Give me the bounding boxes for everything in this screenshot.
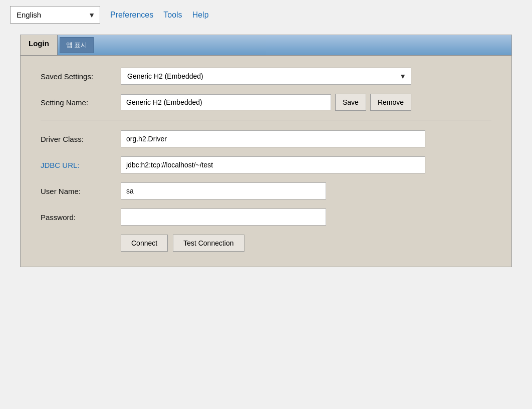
password-input[interactable]: [121, 209, 326, 226]
driver-class-input[interactable]: [121, 130, 425, 147]
password-row: Password:: [41, 209, 491, 226]
driver-class-label: Driver Class:: [41, 135, 121, 143]
saved-settings-select-wrapper[interactable]: Generic H2 (Embedded)Generic H2 (Server)…: [121, 68, 411, 85]
password-label: Password:: [41, 213, 121, 222]
language-selector[interactable]: English ▼: [10, 6, 100, 24]
connect-row: Connect Test Connection: [121, 235, 491, 252]
setting-name-label: Setting Name:: [41, 98, 121, 107]
jdbc-url-input[interactable]: [121, 156, 425, 173]
setting-name-input[interactable]: [121, 94, 331, 110]
top-bar: English ▼ Preferences Tools Help: [0, 0, 532, 30]
divider: [41, 120, 491, 120]
connect-button[interactable]: Connect: [121, 235, 168, 252]
language-select[interactable]: English: [10, 6, 100, 24]
saved-settings-select[interactable]: Generic H2 (Embedded)Generic H2 (Server)…: [121, 68, 411, 85]
jdbc-url-row: JDBC URL:: [41, 156, 491, 173]
tools-link[interactable]: Tools: [163, 11, 182, 20]
save-button[interactable]: Save: [335, 94, 366, 111]
setting-name-row: Setting Name: Save Remove: [41, 94, 491, 111]
help-link[interactable]: Help: [192, 11, 209, 20]
tab-app-display[interactable]: 앱 표시: [60, 37, 94, 53]
user-name-input[interactable]: [121, 182, 326, 199]
remove-button[interactable]: Remove: [370, 94, 411, 111]
preferences-link[interactable]: Preferences: [110, 11, 153, 20]
user-name-label: User Name:: [41, 187, 121, 195]
setting-name-inputs: Save Remove: [121, 94, 411, 111]
tab-login[interactable]: Login: [21, 35, 58, 55]
driver-class-row: Driver Class:: [41, 130, 491, 147]
jdbc-url-label[interactable]: JDBC URL:: [41, 161, 121, 169]
form-area: Saved Settings: Generic H2 (Embedded)Gen…: [21, 56, 511, 267]
user-name-row: User Name:: [41, 182, 491, 199]
main-container: Login 앱 표시 Saved Settings: Generic H2 (E…: [20, 35, 512, 267]
saved-settings-label: Saved Settings:: [41, 72, 121, 81]
saved-settings-row: Saved Settings: Generic H2 (Embedded)Gen…: [41, 68, 491, 85]
tab-bar: Login 앱 표시: [21, 35, 511, 56]
test-connection-button[interactable]: Test Connection: [173, 235, 244, 252]
